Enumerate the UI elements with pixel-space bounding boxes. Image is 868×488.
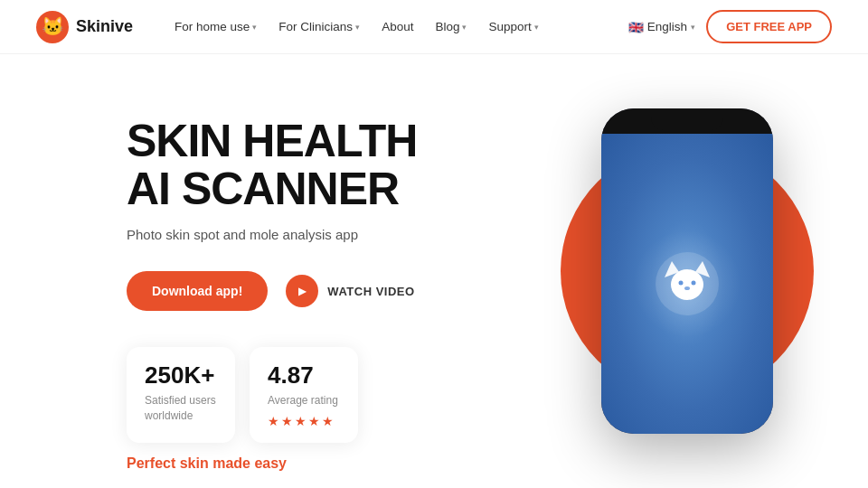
navbar: 🐱 Skinive For home use ▾ For Clinicians … xyxy=(0,0,868,54)
main-section: SKIN HEALTH AI SCANNER Photo skin spot a… xyxy=(0,54,868,488)
svg-point-8 xyxy=(684,286,690,290)
svg-point-7 xyxy=(692,281,696,286)
phone-section xyxy=(506,54,868,488)
stat-rating: 4.87 Average rating ★ ★ ★ ★ ★ xyxy=(250,347,358,443)
phone-screen xyxy=(601,134,773,434)
star-1-icon: ★ xyxy=(268,414,279,428)
svg-point-5 xyxy=(671,269,703,300)
logo-link[interactable]: 🐱 Skinive xyxy=(36,11,133,43)
stat-rating-number: 4.87 xyxy=(268,361,340,389)
nav-links: For home use ▾ For Clinicians ▾ About Bl… xyxy=(165,14,628,39)
star-4-icon: ★ xyxy=(308,414,320,428)
app-screen-logo xyxy=(656,252,719,315)
stat-users-number: 250K+ xyxy=(145,361,217,389)
nav-item-blog[interactable]: Blog ▾ xyxy=(426,14,476,39)
nav-item-support[interactable]: Support ▾ xyxy=(479,14,547,39)
nav-item-home-use[interactable]: For home use ▾ xyxy=(165,14,266,39)
hero-content: SKIN HEALTH AI SCANNER Photo skin spot a… xyxy=(127,99,506,443)
logo-icon: 🐱 xyxy=(36,11,69,43)
chevron-down-icon: ▾ xyxy=(252,23,257,32)
hero-subtitle: Photo skin spot and mole analysis app xyxy=(127,227,506,242)
chevron-down-icon: ▾ xyxy=(691,23,695,32)
get-free-app-button[interactable]: GET FREE APP xyxy=(706,10,832,43)
phone-notch-bar xyxy=(601,108,773,134)
phone-notch xyxy=(651,114,723,130)
chevron-down-icon: ▾ xyxy=(534,23,539,32)
nav-item-clinicians[interactable]: For Clinicians ▾ xyxy=(269,14,369,39)
language-selector[interactable]: 🇬🇧 English ▾ xyxy=(628,20,695,34)
brand-name: Skinive xyxy=(76,17,133,36)
phone-mockup xyxy=(601,108,773,434)
nav-item-about[interactable]: About xyxy=(373,14,422,39)
stat-rating-label: Average rating xyxy=(268,393,340,408)
stats-row: 250K+ Satisfied usersworldwide 4.87 Aver… xyxy=(127,347,506,443)
hero-title: SKIN HEALTH AI SCANNER xyxy=(127,117,506,212)
play-icon: ▶ xyxy=(286,275,318,307)
nav-right: 🇬🇧 English ▾ GET FREE APP xyxy=(628,10,832,43)
svg-text:🐱: 🐱 xyxy=(42,15,64,37)
stat-users: 250K+ Satisfied usersworldwide xyxy=(127,347,235,443)
stat-users-label: Satisfied usersworldwide xyxy=(145,393,217,424)
star-2-icon: ★ xyxy=(281,414,293,428)
star-3-icon: ★ xyxy=(295,414,307,428)
chevron-down-icon: ▾ xyxy=(355,23,360,32)
svg-point-6 xyxy=(679,281,684,286)
star-half-icon: ★ xyxy=(322,414,334,428)
star-rating: ★ ★ ★ ★ ★ xyxy=(268,414,340,428)
flag-icon: 🇬🇧 xyxy=(628,20,644,34)
download-button[interactable]: Download app! xyxy=(127,271,268,311)
footer-teaser: Perfect skin made easy xyxy=(127,455,287,472)
chevron-down-icon: ▾ xyxy=(462,23,467,32)
watch-video-button[interactable]: ▶ WATCH VIDEO xyxy=(286,275,414,307)
cta-row: Download app! ▶ WATCH VIDEO xyxy=(127,271,506,311)
